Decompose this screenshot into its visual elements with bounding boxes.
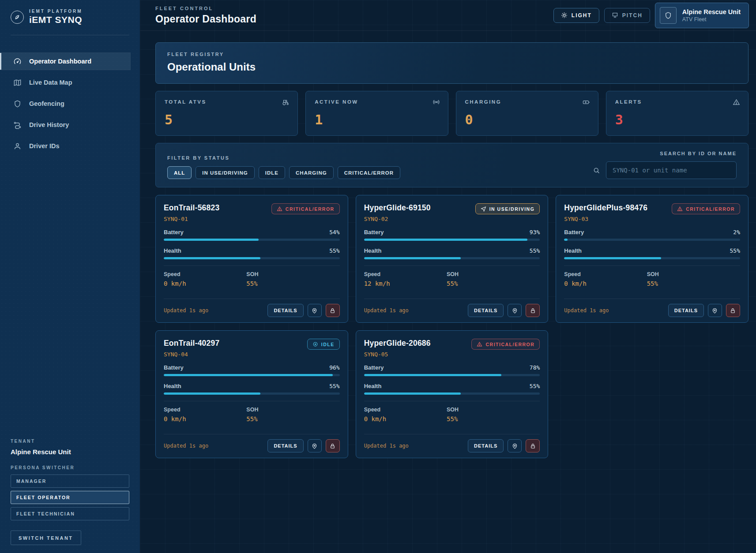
sidebar-item-live-data-map[interactable]: Live Data Map [0,74,130,91]
stat-charging: CHARGING 0 [456,91,598,136]
filter-button[interactable]: IN USE/DRIVING [196,166,254,179]
filter-button[interactable]: CRITICAL/ERROR [338,166,400,179]
alert-triangle-icon [733,98,740,108]
battery-percent: 2% [733,229,740,235]
sidebar-item-drive-history[interactable]: Drive History [0,116,130,133]
unit-name: HyperGlide-20686 [364,339,431,348]
tenant-chip-name: Alpine Rescue Unit [682,8,741,15]
soh-value: 55% [647,280,730,287]
speed-value: 0 km/h [364,415,447,422]
filter-bar: FILTER BY STATUS ALLIN USE/DRIVINGIDLECH… [155,143,748,187]
battery-bar-fill [164,239,259,241]
idle-circle-icon [312,341,318,347]
filter-button[interactable]: CHARGING [289,166,334,179]
search-label: SEARCH BY ID OR NAME [593,151,737,156]
banner-eyebrow: FLEET REGISTRY [167,52,737,57]
details-button[interactable]: DETAILS [468,304,504,317]
banner-title: Operational Units [167,61,737,73]
persona-fleet-technician-button[interactable]: FLEET TECHNICIAN [11,507,129,520]
sidebar-item-geofencing[interactable]: Geofencing [0,95,130,112]
divider [164,401,340,401]
locate-button[interactable] [508,304,522,317]
lock-button[interactable] [526,304,540,317]
health-percent: 55% [329,383,339,389]
locate-button[interactable] [508,439,522,452]
battery-meter: Battery 2% [564,229,740,241]
status-badge-label: CRITICAL/ERROR [286,206,335,212]
lock-button[interactable] [326,304,340,317]
speed-value: 12 km/h [364,280,447,287]
health-bar-fill [164,257,260,259]
status-badge: CRITICAL/ERROR [271,203,340,214]
signal-icon [433,98,440,108]
lock-icon [329,443,336,449]
speed-label: Speed [164,271,246,277]
soh-label: SOH [447,271,529,277]
battery-bar-fill [364,374,501,376]
lock-button[interactable] [526,439,540,452]
unit-id: SYNQ-04 [164,351,219,358]
details-button[interactable]: DETAILS [468,439,504,452]
details-button[interactable]: DETAILS [267,439,303,452]
persona-manager-button[interactable]: MANAGER [11,475,129,488]
sidebar-item-label: Geofencing [29,100,64,107]
sidebar: IEMT PLATFORM iEMT SYNQ Operator Dashboa… [0,0,140,553]
locate-button[interactable] [708,304,722,317]
lock-button[interactable] [326,439,340,452]
details-button[interactable]: DETAILS [267,304,303,317]
stat-value: 3 [615,112,739,127]
shield-icon [660,7,677,24]
health-label: Health [364,383,382,389]
content: FLEET REGISTRY Operational Units TOTAL A… [140,31,756,458]
divider [164,265,340,266]
battery-charging-icon [583,98,590,108]
stat-total-atvs: TOTAL ATVS 5 [155,91,298,136]
details-button[interactable]: DETAILS [668,304,704,317]
map-pin-icon [311,443,318,449]
sidebar-item-label: Live Data Map [29,79,72,86]
route-icon [13,121,22,129]
lock-icon [730,307,736,314]
sidebar-item-operator-dashboard[interactable]: Operator Dashboard [0,53,130,70]
soh-value: 55% [447,415,529,422]
unit-card: HyperGlide-69150 SYNQ-02 IN USE/DRIVING … [356,195,549,323]
status-badge-label: IDLE [321,342,335,347]
unit-name: HyperGlide-69150 [364,203,431,213]
sidebar-item-driver-ids[interactable]: Driver IDs [0,138,130,154]
map-pin-icon [512,443,518,449]
light-button-label: LIGHT [572,12,592,19]
speed-value: 0 km/h [564,280,647,287]
unit-name: EonTrail-56823 [164,203,219,213]
health-percent: 55% [530,383,540,389]
brand: IEMT PLATFORM iEMT SYNQ [0,7,140,31]
persona-fleet-operator-button[interactable]: FLEET OPERATOR [11,491,129,504]
stat-active-now: ACTIVE NOW 1 [305,91,448,136]
gauge-icon [13,57,22,66]
updated-timestamp: Updated 1s ago [364,443,409,449]
search-input[interactable] [606,161,737,179]
updated-timestamp: Updated 1s ago [164,443,208,449]
unit-id: SYNQ-05 [364,351,431,358]
health-percent: 55% [329,247,339,254]
lock-button[interactable] [726,304,740,317]
tenant-chip[interactable]: Alpine Rescue Unit ATV Fleet [655,3,749,28]
light-theme-button[interactable]: LIGHT [553,8,599,23]
health-bar-fill [364,392,461,395]
switch-tenant-button[interactable]: SWITCH TENANT [11,531,81,545]
locate-button[interactable] [308,439,322,452]
health-label: Health [564,247,582,254]
app-name: iEMT SYNQ [29,15,82,25]
stat-label: ALERTS [615,99,739,105]
updated-timestamp: Updated 1s ago [364,307,409,314]
logo-icon [11,11,24,24]
soh-value: 55% [246,280,329,287]
filter-button[interactable]: ALL [167,166,192,179]
health-meter: Health 55% [164,247,340,259]
pitch-mode-button[interactable]: PITCH [604,8,650,23]
speed-value: 0 km/h [164,280,246,287]
filter-button[interactable]: IDLE [259,166,285,179]
soh-label: SOH [447,407,529,413]
stat-cards: TOTAL ATVS 5 ACTIVE NOW 1 CHARGING 0 [155,91,748,136]
lock-icon [530,307,536,314]
locate-button[interactable] [308,304,322,317]
